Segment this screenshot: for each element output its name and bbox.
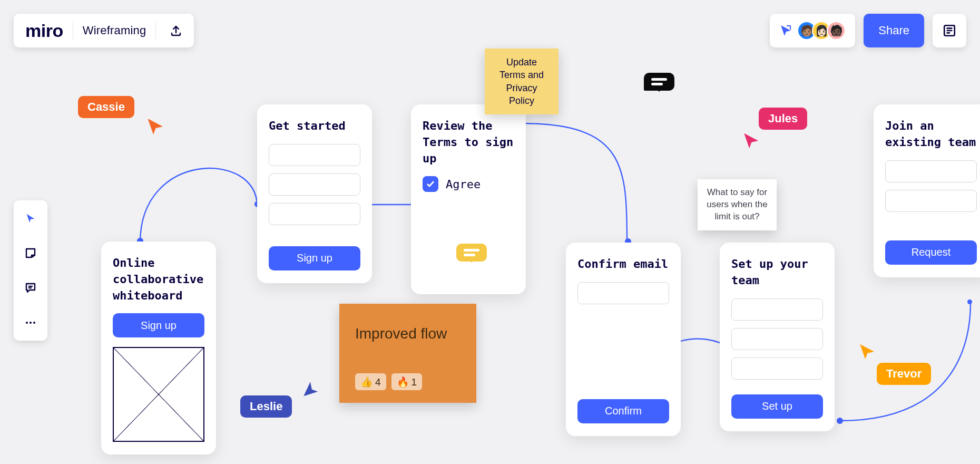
sticky-note-improved-flow[interactable]: Improved flow 👍4 🔥1 bbox=[339, 304, 476, 403]
upload-icon bbox=[170, 24, 182, 37]
node bbox=[967, 299, 972, 304]
panel-online-whiteboard[interactable]: Online collaborative whiteboard Sign up bbox=[101, 241, 216, 455]
connector bbox=[520, 119, 630, 246]
agree-checkbox[interactable] bbox=[423, 176, 438, 192]
text-input[interactable] bbox=[269, 173, 360, 196]
comment-icon bbox=[24, 282, 37, 294]
agree-label: Agree bbox=[446, 178, 481, 191]
sticky-text: What to say for users when the limit is … bbox=[707, 187, 767, 221]
panel-title: Join an existing team bbox=[885, 118, 977, 151]
activity-list-icon bbox=[943, 24, 956, 37]
panel-setup-team[interactable]: Set up your team Set up bbox=[720, 243, 835, 431]
share-button[interactable]: Share bbox=[864, 14, 924, 47]
connector bbox=[138, 119, 259, 246]
signup-button[interactable]: Sign up bbox=[113, 313, 204, 337]
svg-point-10 bbox=[30, 322, 32, 324]
text-input[interactable] bbox=[731, 298, 823, 321]
tool-sticky[interactable] bbox=[20, 243, 41, 264]
divider bbox=[155, 22, 156, 40]
panel-title: Set up your team bbox=[731, 256, 823, 289]
image-placeholder bbox=[113, 347, 204, 442]
request-button[interactable]: Request bbox=[885, 240, 977, 265]
node bbox=[837, 418, 843, 424]
panel-title: Get started bbox=[269, 118, 360, 134]
comment-icon[interactable] bbox=[644, 73, 674, 91]
activity-button[interactable] bbox=[933, 14, 966, 47]
export-button[interactable] bbox=[165, 20, 187, 41]
more-icon bbox=[24, 316, 37, 329]
board-header: miro Wireframing bbox=[14, 14, 194, 47]
board-name[interactable]: Wireframing bbox=[83, 24, 146, 37]
collaborators-pill[interactable]: 🧑🏽 👩🏻 🧑🏿 bbox=[770, 14, 855, 47]
sticky-note[interactable]: What to say for users when the limit is … bbox=[698, 179, 777, 230]
canvas[interactable]: Online collaborative whiteboard Sign up … bbox=[0, 0, 980, 464]
svg-point-9 bbox=[26, 322, 28, 324]
cursor-icon bbox=[145, 117, 164, 136]
text-input[interactable] bbox=[885, 160, 977, 182]
text-input[interactable] bbox=[731, 328, 823, 350]
text-input[interactable] bbox=[885, 190, 977, 212]
signup-button[interactable]: Sign up bbox=[269, 246, 360, 270]
confirm-button[interactable]: Confirm bbox=[577, 399, 669, 423]
sticky-icon bbox=[24, 247, 37, 259]
panel-get-started[interactable]: Get started Sign up bbox=[257, 104, 372, 283]
cursor-mode-icon bbox=[779, 24, 792, 37]
text-input[interactable] bbox=[269, 203, 360, 225]
sticky-text: Improved flow bbox=[355, 325, 447, 342]
board-header-right: 🧑🏽 👩🏻 🧑🏿 Share bbox=[770, 14, 966, 47]
text-input[interactable] bbox=[577, 282, 669, 304]
tool-comment[interactable] bbox=[20, 277, 41, 298]
setup-button[interactable]: Set up bbox=[731, 394, 823, 419]
cursor-icon bbox=[742, 132, 760, 150]
cursor-tag-cassie: Cassie bbox=[78, 96, 134, 118]
reaction-thumbs[interactable]: 👍4 bbox=[355, 373, 386, 391]
panel-title: Confirm email bbox=[577, 256, 669, 273]
cursor-tag-jules: Jules bbox=[759, 108, 807, 130]
panel-title: Online collaborative whiteboard bbox=[113, 255, 204, 304]
panel-join-team[interactable]: Join an existing team Request bbox=[874, 104, 980, 277]
reaction-fire[interactable]: 🔥1 bbox=[391, 373, 423, 391]
sticky-text: Update Terms and Privacy Policy bbox=[499, 57, 544, 106]
avatar-stack[interactable]: 🧑🏽 👩🏻 🧑🏿 bbox=[797, 21, 846, 40]
tool-more[interactable] bbox=[20, 312, 41, 333]
tool-select[interactable] bbox=[20, 208, 41, 229]
cursor-icon bbox=[25, 212, 36, 224]
miro-logo: miro bbox=[25, 21, 63, 41]
text-input[interactable] bbox=[269, 144, 360, 166]
cursor-icon bbox=[301, 380, 319, 398]
divider bbox=[73, 22, 73, 40]
panel-title: Review the Terms to sign up bbox=[423, 118, 514, 167]
text-input[interactable] bbox=[731, 357, 823, 380]
panel-confirm-email[interactable]: Confirm email Confirm bbox=[566, 243, 681, 436]
cursor-tag-trevor: Trevor bbox=[877, 363, 931, 385]
svg-rect-2 bbox=[790, 25, 791, 30]
toolbar bbox=[14, 200, 47, 341]
avatar[interactable]: 🧑🏿 bbox=[827, 21, 846, 40]
cursor-icon bbox=[858, 343, 876, 361]
comment-icon[interactable] bbox=[456, 244, 487, 262]
svg-point-11 bbox=[33, 322, 35, 324]
sticky-note[interactable]: Update Terms and Privacy Policy bbox=[485, 49, 558, 114]
cursor-tag-leslie: Leslie bbox=[240, 395, 292, 418]
